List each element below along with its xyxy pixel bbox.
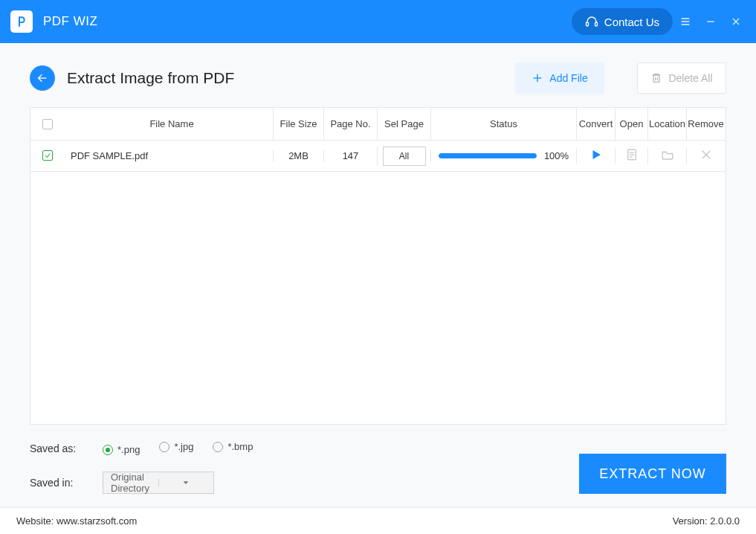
- table-row: PDF SAMPLE.pdf2MB147All100%: [30, 141, 726, 172]
- col-pageno: Page No.: [323, 108, 377, 140]
- col-filename: File Name: [65, 108, 273, 140]
- format-radio[interactable]: *.jpg: [159, 441, 193, 452]
- save-directory-value: Original Directory: [103, 472, 158, 494]
- col-convert: Convert: [576, 108, 615, 140]
- col-location: Location: [647, 108, 686, 140]
- saved-as-label: Saved as:: [30, 443, 88, 454]
- hamburger-icon[interactable]: [673, 9, 698, 34]
- row-checkbox[interactable]: [42, 150, 53, 161]
- col-selpage: Sel Page: [377, 108, 430, 140]
- svg-rect-1: [595, 22, 597, 26]
- add-file-label: Add File: [549, 72, 587, 84]
- format-label: *.jpg: [174, 441, 193, 452]
- table-header: File Name File Size Page No. Sel Page St…: [30, 108, 726, 141]
- contact-us-label: Contact Us: [604, 16, 659, 28]
- format-label: *.png: [117, 444, 140, 455]
- col-status: Status: [430, 108, 576, 140]
- radio-dot-icon: [103, 445, 113, 455]
- saved-in-label: Saved in:: [30, 477, 88, 489]
- open-location-icon[interactable]: [661, 148, 674, 161]
- footer: Website: www.starzsoft.com Version: 2.0.…: [0, 507, 756, 534]
- svg-rect-11: [653, 75, 659, 82]
- radio-dot-icon: [159, 442, 169, 452]
- footer-website: www.starzsoft.com: [56, 515, 137, 527]
- svg-rect-0: [586, 22, 588, 26]
- progress-label: 100%: [544, 150, 569, 161]
- contact-us-button[interactable]: Contact Us: [572, 8, 673, 35]
- radio-dot-icon: [213, 442, 223, 452]
- open-file-icon[interactable]: [625, 148, 639, 161]
- col-filesize: File Size: [273, 108, 323, 140]
- page-title: Extract Image from PDF: [67, 69, 234, 87]
- app-name: PDF WIZ: [43, 14, 97, 29]
- col-remove: Remove: [686, 108, 725, 140]
- format-radio[interactable]: *.bmp: [213, 441, 253, 452]
- chevron-down-icon: [158, 479, 214, 486]
- footer-version-label: Version:: [673, 515, 708, 527]
- add-file-button[interactable]: Add File: [515, 62, 604, 94]
- file-table: File Name File Size Page No. Sel Page St…: [30, 107, 726, 425]
- col-open: Open: [615, 108, 647, 140]
- delete-all-button[interactable]: Delete All: [637, 62, 726, 94]
- app-logo: [10, 10, 33, 33]
- select-page-button[interactable]: All: [383, 147, 426, 166]
- save-directory-select[interactable]: Original Directory: [103, 472, 214, 494]
- select-all-checkbox[interactable]: [42, 119, 53, 129]
- progress-bar: [439, 153, 537, 158]
- footer-website-label: Website:: [16, 515, 54, 527]
- convert-button[interactable]: [589, 148, 603, 161]
- cell-filename: PDF SAMPLE.pdf: [65, 150, 273, 161]
- extract-now-button[interactable]: EXTRACT NOW: [579, 454, 726, 494]
- cell-filesize: 2MB: [273, 150, 323, 161]
- close-icon[interactable]: [723, 9, 749, 34]
- svg-marker-14: [592, 150, 601, 159]
- remove-row-icon[interactable]: [700, 148, 713, 161]
- title-bar: PDF WIZ Contact Us: [0, 0, 756, 43]
- minimize-icon[interactable]: [698, 9, 723, 34]
- back-button[interactable]: [30, 65, 55, 91]
- format-label: *.bmp: [227, 441, 253, 452]
- format-radio[interactable]: *.png: [103, 444, 140, 455]
- cell-pageno: 147: [323, 150, 377, 161]
- svg-marker-21: [184, 481, 189, 484]
- delete-all-label: Delete All: [668, 72, 712, 84]
- footer-version: 2.0.0.0: [710, 515, 740, 527]
